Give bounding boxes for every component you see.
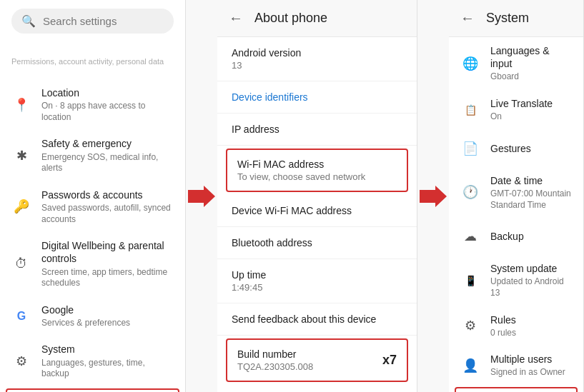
wifi-mac-label: Wi-Fi MAC address bbox=[237, 159, 397, 170]
build-number-value: TQ2A.230305.008 bbox=[237, 361, 377, 372]
multiple-users-title: Multiple users bbox=[490, 353, 572, 366]
passwords-icon: 🔑 bbox=[11, 196, 31, 216]
sidebar-item-system[interactable]: ⚙ System Languages, gestures, time, back… bbox=[0, 336, 185, 386]
system-panel-title: System bbox=[486, 11, 529, 26]
google-title: Google bbox=[41, 303, 174, 316]
back-arrow-icon[interactable]: ← bbox=[229, 10, 243, 26]
ip-address-item[interactable]: IP address bbox=[217, 114, 417, 146]
languages-subtitle: Gboard bbox=[490, 71, 572, 83]
bluetooth-label: Bluetooth address bbox=[232, 237, 402, 248]
uptime-value: 1:49:45 bbox=[232, 282, 402, 293]
system-header: ← System bbox=[449, 0, 583, 37]
sidebar-item-google[interactable]: G Google Services & preferences bbox=[0, 296, 185, 336]
sidebar-item-digital-wellbeing[interactable]: ⏱ Digital Wellbeing & parental controls … bbox=[0, 232, 185, 296]
middle-panel: ← About phone Android version 13 Device … bbox=[217, 0, 417, 392]
right-arrow-2-icon bbox=[420, 186, 447, 207]
uptime-item[interactable]: Up time 1:49:45 bbox=[217, 259, 417, 303]
google-icon: G bbox=[11, 306, 31, 326]
system-update-icon: 📱 bbox=[460, 271, 480, 291]
date-time-title: Date & time bbox=[490, 174, 572, 187]
build-number-badge: x7 bbox=[382, 353, 397, 368]
live-translate-title: Live Translate bbox=[490, 97, 572, 110]
sys-item-gestures[interactable]: 📄 Gestures bbox=[449, 130, 583, 167]
multiple-users-subtitle: Signed in as Owner bbox=[490, 367, 572, 378]
wifi-mac-value: To view, choose saved network bbox=[237, 171, 397, 182]
system-update-title: System update bbox=[490, 262, 572, 275]
list-item-top-clipped[interactable]: Permissions, account activity, personal … bbox=[0, 42, 185, 79]
live-translate-icon: 📋 bbox=[460, 100, 480, 120]
rules-title: Rules bbox=[490, 313, 572, 326]
date-time-icon: 🕐 bbox=[460, 182, 480, 202]
passwords-title: Passwords & accounts bbox=[41, 189, 174, 201]
arrow-2-container bbox=[417, 0, 449, 392]
system-title: System bbox=[41, 343, 174, 356]
sys-item-backup[interactable]: ☁ Backup bbox=[449, 218, 583, 255]
left-panel: 🔍 Permissions, account activity, persona… bbox=[0, 0, 186, 392]
system-update-subtitle: Updated to Android 13 bbox=[490, 276, 572, 298]
send-feedback-label: Send feedback about this device bbox=[232, 313, 402, 325]
system-icon: ⚙ bbox=[11, 351, 31, 371]
right-arrow-1-icon bbox=[188, 186, 215, 207]
sys-item-multiple-users[interactable]: 👤 Multiple users Signed in as Owner bbox=[449, 346, 583, 386]
system-back-arrow-icon[interactable]: ← bbox=[460, 10, 475, 26]
search-input[interactable] bbox=[43, 15, 164, 27]
sys-item-date-time[interactable]: 🕐 Date & time GMT-07:00 Mountain Standar… bbox=[449, 167, 583, 218]
gestures-icon: 📄 bbox=[460, 139, 480, 159]
rules-icon: ⚙ bbox=[460, 316, 480, 336]
uptime-label: Up time bbox=[232, 269, 402, 281]
build-number-item[interactable]: Build number TQ2A.230305.008 x7 bbox=[226, 338, 408, 382]
sidebar-item-about-phone[interactable]: 📱 About phone Pixel 7 bbox=[6, 388, 179, 392]
languages-title: Languages & input bbox=[490, 44, 572, 70]
safety-title: Safety & emergency bbox=[41, 137, 174, 150]
backup-icon: ☁ bbox=[460, 226, 480, 246]
safety-icon: ✱ bbox=[11, 146, 31, 166]
gestures-title: Gestures bbox=[490, 142, 572, 155]
android-version-label: Android version bbox=[232, 47, 402, 59]
location-title: Location bbox=[41, 86, 174, 99]
right-panel: ← System 🌐 Languages & input Gboard 📋 Li… bbox=[449, 0, 584, 392]
sidebar-item-passwords[interactable]: 🔑 Passwords & accounts Saved passwords, … bbox=[0, 181, 185, 232]
search-icon: 🔍 bbox=[21, 14, 36, 28]
svg-marker-1 bbox=[420, 186, 447, 207]
digital-wellbeing-title: Digital Wellbeing & parental controls bbox=[41, 239, 174, 265]
device-identifiers-item[interactable]: Device identifiers bbox=[217, 81, 417, 114]
sys-item-developer-options[interactable]: {} Developer options bbox=[455, 387, 578, 392]
safety-subtitle: Emergency SOS, medical info, alerts bbox=[41, 152, 174, 174]
sidebar-item-location[interactable]: 📍 Location On · 8 apps have access to lo… bbox=[0, 79, 185, 130]
system-subtitle: Languages, gestures, time, backup bbox=[41, 358, 174, 380]
send-feedback-item[interactable]: Send feedback about this device bbox=[217, 303, 417, 336]
digital-wellbeing-subtitle: Screen time, app timers, bedtime schedul… bbox=[41, 267, 174, 289]
android-version-item[interactable]: Android version 13 bbox=[217, 37, 417, 81]
date-time-subtitle: GMT-07:00 Mountain Standard Time bbox=[490, 189, 572, 211]
ip-address-label: IP address bbox=[232, 124, 402, 135]
sys-item-system-update[interactable]: 📱 System update Updated to Android 13 bbox=[449, 255, 583, 306]
device-wifi-mac-item[interactable]: Device Wi-Fi MAC address bbox=[217, 195, 417, 227]
backup-title: Backup bbox=[490, 230, 572, 243]
location-subtitle: On · 8 apps have access to location bbox=[41, 101, 174, 123]
svg-marker-0 bbox=[188, 186, 215, 207]
sys-item-live-translate[interactable]: 📋 Live Translate On bbox=[449, 90, 583, 130]
passwords-subtitle: Saved passwords, autofill, synced accoun… bbox=[41, 203, 174, 225]
languages-icon: 🌐 bbox=[460, 54, 480, 74]
android-version-value: 13 bbox=[232, 60, 402, 71]
search-bar[interactable]: 🔍 bbox=[11, 9, 174, 34]
build-number-label: Build number bbox=[237, 348, 377, 360]
location-icon: 📍 bbox=[11, 95, 31, 115]
about-phone-panel-title: About phone bbox=[254, 11, 327, 26]
about-phone-header: ← About phone bbox=[217, 0, 417, 37]
sys-item-rules[interactable]: ⚙ Rules 0 rules bbox=[449, 306, 583, 346]
device-identifiers-label: Device identifiers bbox=[232, 91, 402, 103]
digital-wellbeing-icon: ⏱ bbox=[11, 254, 31, 274]
sys-item-languages[interactable]: 🌐 Languages & input Gboard bbox=[449, 37, 583, 90]
arrow-1-container bbox=[186, 0, 217, 392]
wifi-mac-item[interactable]: Wi-Fi MAC address To view, choose saved … bbox=[226, 149, 408, 192]
live-translate-subtitle: On bbox=[490, 111, 572, 123]
google-subtitle: Services & preferences bbox=[41, 318, 174, 329]
rules-subtitle: 0 rules bbox=[490, 328, 572, 339]
device-wifi-mac-label: Device Wi-Fi MAC address bbox=[232, 205, 402, 216]
bluetooth-item[interactable]: Bluetooth address bbox=[217, 227, 417, 259]
sidebar-item-safety[interactable]: ✱ Safety & emergency Emergency SOS, medi… bbox=[0, 130, 185, 181]
multiple-users-icon: 👤 bbox=[460, 356, 480, 376]
